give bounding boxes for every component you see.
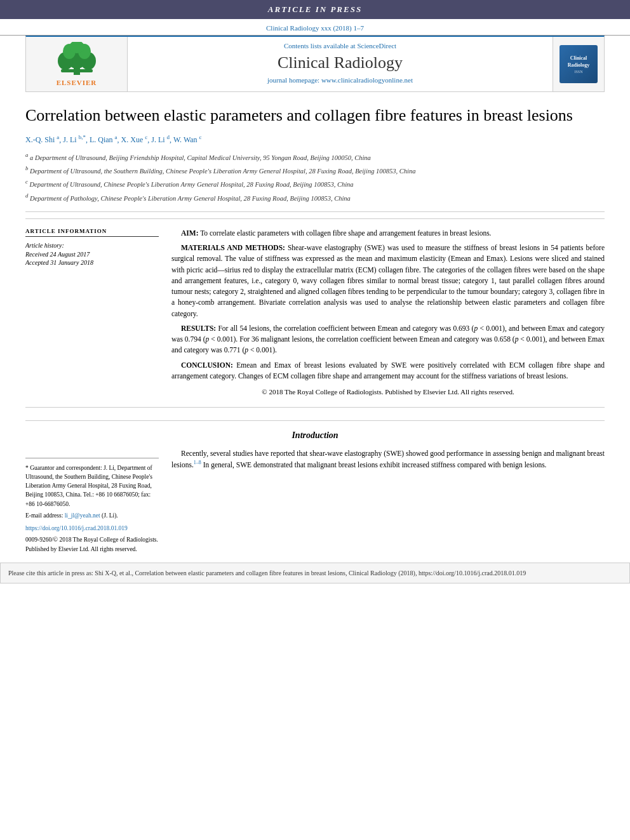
ref-1-8: 1–8 bbox=[194, 460, 201, 465]
journal-title: Clinical Radiology bbox=[134, 53, 546, 72]
email-link[interactable]: li_jl@yeah.net bbox=[65, 512, 100, 519]
abstract-results: RESULTS: For all 54 lesions, the correla… bbox=[171, 323, 605, 356]
affiliation-d: d Department of Pathology, Chinese Peopl… bbox=[25, 192, 605, 203]
journal-doi-header: Clinical Radiology xxx (2018) 1–7 bbox=[0, 19, 630, 36]
abstract-text-block: AIM: To correlate elastic parameters wit… bbox=[171, 228, 605, 397]
introduction-text-col: Recently, several studies have reported … bbox=[171, 448, 605, 556]
journal-header-box: ELSEVIER Contents lists available at Sci… bbox=[25, 36, 605, 92]
banner-text: ARTICLE IN PRESS bbox=[268, 4, 362, 14]
abstract-two-col: ARTICLE INFORMATION Article history: Rec… bbox=[25, 218, 605, 397]
svg-rect-7 bbox=[61, 69, 93, 72]
article-in-press-banner: ARTICLE IN PRESS bbox=[0, 0, 630, 19]
received-date: Received 24 August 2017 bbox=[25, 251, 159, 258]
elsevier-logo-block: ELSEVIER bbox=[26, 37, 128, 91]
issn-text: 0009-9260/© 2018 The Royal College of Ra… bbox=[25, 537, 158, 552]
homepage-line: journal homepage: www.clinicalradiologyo… bbox=[134, 76, 546, 84]
authors-line: X.-Q. Shi a, J. Li b,*, L. Qian a, X. Xu… bbox=[25, 134, 605, 145]
section-divider bbox=[25, 407, 605, 408]
email-suffix: (J. Li). bbox=[102, 512, 118, 519]
copyright-line: © 2018 The Royal College of Radiologists… bbox=[171, 387, 605, 397]
doi-footnote: https://doi.org/10.1016/j.crad.2018.01.0… bbox=[25, 524, 159, 533]
introduction-heading: Introduction bbox=[25, 430, 605, 441]
accepted-date: Accepted 31 January 2018 bbox=[25, 259, 159, 266]
journal-doi-line: Clinical Radiology xxx (2018) 1–7 bbox=[266, 24, 364, 32]
email-footnote: E-mail address: li_jl@yeah.net (J. Li). bbox=[25, 511, 159, 520]
introduction-section: Introduction * Guarantor and corresponde… bbox=[25, 420, 605, 556]
journal-title-block: Contents lists available at ScienceDirec… bbox=[128, 37, 553, 91]
guarantor-text: * Guarantor and correspondent: J. Li, De… bbox=[25, 465, 152, 507]
article-info-col: ARTICLE INFORMATION Article history: Rec… bbox=[25, 228, 159, 397]
article-history-block: Article history: Received 24 August 2017… bbox=[25, 242, 159, 266]
abstract-col: AIM: To correlate elastic parameters wit… bbox=[171, 228, 605, 397]
affiliations-block: a a Department of Ultrasound, Beijing Fr… bbox=[25, 151, 605, 203]
article-info-heading: ARTICLE INFORMATION bbox=[25, 228, 159, 237]
email-label: E-mail address: bbox=[25, 512, 63, 519]
doi-link[interactable]: https://doi.org/10.1016/j.crad.2018.01.0… bbox=[25, 525, 128, 531]
authors-text: X.-Q. Shi a, J. Li b,*, L. Qian a, X. Xu… bbox=[25, 135, 202, 144]
citation-text: Please cite this article in press as: Sh… bbox=[8, 570, 526, 577]
journal-badge-block: Clinical Radiology ISSN bbox=[553, 37, 604, 91]
guarantor-footnote: * Guarantor and correspondent: J. Li, De… bbox=[25, 463, 159, 509]
abstract-aim: AIM: To correlate elastic parameters wit… bbox=[171, 228, 605, 239]
intro-left-col: * Guarantor and correspondent: J. Li, De… bbox=[25, 448, 159, 556]
article-title: Correlation between elastic parameters a… bbox=[25, 105, 605, 126]
intro-paragraph-1: Recently, several studies have reported … bbox=[171, 448, 605, 471]
elsevier-label: ELSEVIER bbox=[57, 79, 97, 86]
introduction-two-col: * Guarantor and correspondent: J. Li, De… bbox=[25, 448, 605, 556]
citation-box: Please cite this article in press as: Sh… bbox=[0, 563, 630, 583]
affiliation-c: c Department of Ultrasound, Chinese Peop… bbox=[25, 178, 605, 189]
abstract-materials: MATERIALS AND METHODS: Shear-wave elasto… bbox=[171, 243, 605, 319]
sciencedirect-link[interactable]: Contents lists available at ScienceDirec… bbox=[134, 42, 546, 50]
history-label: Article history: bbox=[25, 242, 159, 249]
elsevier-tree-icon bbox=[51, 42, 102, 77]
issn-footnote: 0009-9260/© 2018 The Royal College of Ra… bbox=[25, 535, 159, 554]
abstract-conclusion: CONCLUSION: Emean and Emax of breast les… bbox=[171, 360, 605, 382]
journal-badge: Clinical Radiology ISSN bbox=[560, 45, 598, 83]
article-content: Correlation between elastic parameters a… bbox=[0, 92, 630, 556]
article-title-section: Correlation between elastic parameters a… bbox=[25, 92, 605, 212]
contents-available-text: Contents lists available at bbox=[284, 42, 356, 50]
affiliation-a: a a Department of Ultrasound, Beijing Fr… bbox=[25, 151, 605, 163]
sciencedirect-text[interactable]: ScienceDirect bbox=[357, 42, 396, 50]
homepage-url[interactable]: www.clinicalradiologyonline.net bbox=[321, 76, 413, 84]
affiliation-b: b Department of Ultrasound, the Southern… bbox=[25, 164, 605, 176]
homepage-label: journal homepage: bbox=[267, 76, 319, 84]
footnote-area: * Guarantor and correspondent: J. Li, De… bbox=[25, 458, 159, 554]
